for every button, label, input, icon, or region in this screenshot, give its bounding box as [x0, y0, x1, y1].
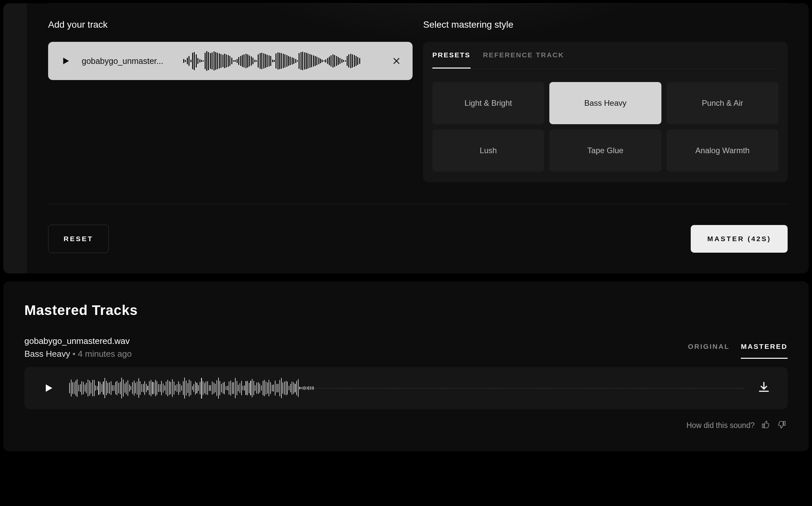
download-button[interactable]	[757, 381, 772, 395]
close-icon	[392, 57, 401, 65]
preset-punch-air[interactable]: Punch & Air	[667, 82, 779, 124]
track-info: gobabygo_unmastered.wav Bass Heavy • 4 m…	[24, 336, 132, 359]
upload-title: Add your track	[48, 19, 413, 30]
style-title: Select mastering style	[423, 19, 788, 30]
master-button[interactable]: MASTER (42S)	[691, 225, 788, 253]
tab-presets[interactable]: PRESETS	[432, 51, 471, 69]
results-title: Mastered Tracks	[24, 303, 788, 318]
thumbs-down-icon	[778, 420, 786, 429]
divider	[48, 3, 788, 4]
thumbs-up-icon	[761, 420, 770, 429]
results-panel: Mastered Tracks gobabygo_unmastered.wav …	[3, 281, 809, 451]
style-card: PRESETS REFERENCE TRACK Light & BrightBa…	[423, 42, 788, 182]
reset-button[interactable]: RESET	[48, 225, 109, 253]
track-row-header: gobabygo_unmastered.wav Bass Heavy • 4 m…	[24, 336, 788, 359]
result-waveform[interactable]	[69, 377, 744, 399]
thumbs-down-button[interactable]	[778, 420, 788, 430]
thumbs-up-button[interactable]	[761, 420, 771, 430]
remove-track-button[interactable]	[390, 55, 403, 67]
meta-separator: •	[70, 349, 78, 359]
download-icon	[757, 381, 770, 394]
feedback-row: How did this sound?	[24, 420, 788, 430]
preset-light-bright[interactable]: Light & Bright	[432, 82, 544, 124]
play-icon	[43, 383, 54, 394]
waveform-preview[interactable]	[183, 51, 381, 72]
play-icon	[60, 56, 70, 66]
preset-lush[interactable]: Lush	[432, 130, 544, 172]
action-bar: RESET MASTER (42S)	[48, 204, 788, 273]
upload-column: Add your track gobabygo_unmaster...	[48, 19, 413, 182]
player-bar	[24, 367, 788, 409]
result-preset: Bass Heavy	[24, 349, 70, 359]
preset-tape-glue[interactable]: Tape Glue	[549, 130, 661, 172]
result-meta: Bass Heavy • 4 minutes ago	[24, 349, 132, 359]
preset-grid: Light & BrightBass HeavyPunch & AirLushT…	[432, 82, 779, 172]
uploaded-track-name: gobabygo_unmaster...	[82, 56, 174, 66]
style-tabs: PRESETS REFERENCE TRACK	[432, 51, 779, 69]
feedback-prompt: How did this sound?	[686, 421, 755, 430]
tab-original[interactable]: ORIGINAL	[688, 343, 730, 359]
result-age: 4 minutes ago	[78, 349, 132, 359]
uploaded-track-chip: gobabygo_unmaster...	[48, 42, 413, 80]
result-play-button[interactable]	[40, 380, 56, 396]
mastering-panel: Add your track gobabygo_unmaster...	[3, 3, 809, 273]
preset-bass-heavy[interactable]: Bass Heavy	[549, 82, 661, 124]
play-button[interactable]	[58, 54, 73, 68]
preset-analog-warmth[interactable]: Analog Warmth	[667, 130, 779, 172]
style-column: Select mastering style PRESETS REFERENCE…	[423, 19, 788, 182]
tab-mastered[interactable]: MASTERED	[741, 343, 788, 359]
tab-reference-track[interactable]: REFERENCE TRACK	[483, 51, 564, 69]
result-tabs: ORIGINAL MASTERED	[688, 343, 788, 359]
result-filename: gobabygo_unmastered.wav	[24, 336, 132, 346]
sidebar	[3, 3, 27, 273]
